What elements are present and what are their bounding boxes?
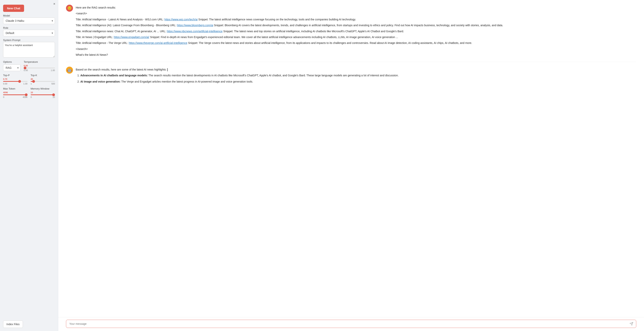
rag-question: What's the latest AI News?	[76, 53, 636, 57]
new-chat-button[interactable]: New Chat	[3, 5, 24, 12]
memwindow-label: Memory Window	[31, 87, 55, 90]
rag-result2-snippet: Snippet: Bloomberg AI covers the latest …	[214, 24, 503, 27]
rag-result5: Title: Artificial Intelligence - The Ver…	[76, 41, 636, 45]
ai-item2-text: The Verge and Engadget articles mention …	[121, 80, 253, 83]
main-chat-area: 😊 Here are the RAG search results: <sear…	[58, 0, 644, 331]
temperature-col: Temperature 0.00 0.00 1.00	[24, 60, 55, 72]
topp-item: Top-P 0.70 0.00 1.00	[3, 74, 28, 85]
maxtoken-label: Max Token	[3, 87, 28, 90]
topk-range: 1 500	[31, 83, 55, 85]
user-message: 😊 Here are the RAG search results: <sear…	[66, 5, 636, 57]
rag-search-open: <search>	[76, 11, 636, 16]
ai-list-item-2: AI image and voice generation: The Verge…	[80, 80, 636, 84]
rag-result4: Title: AI News | Engadget URL: https://w…	[76, 35, 636, 39]
ai-message-content: Based on the search results, here are so…	[76, 67, 636, 86]
topp-label: Top-P	[3, 74, 28, 77]
sidebar: × New Chat Model Claude 3 Haiku Claude 3…	[0, 0, 58, 331]
topk-max: 500	[52, 83, 55, 85]
user-avatar: 😊	[66, 5, 73, 12]
model-section: Model Claude 3 Haiku Claude 3 Sonnet Cla…	[3, 14, 55, 24]
memwindow-slider[interactable]	[31, 94, 55, 95]
rag-result3-url[interactable]: https://www.nbcnews.com/artificial-intel…	[167, 30, 222, 33]
topp-max: 1.00	[23, 83, 27, 85]
temperature-max: 1.00	[51, 69, 55, 72]
options-temperature-row: Options RAG None Web Search Temperature …	[3, 60, 55, 72]
rag-result3-title: Title: Artificial intelligence news: Cha…	[76, 30, 166, 33]
role-select[interactable]: Default Assistant Expert	[3, 30, 55, 36]
topp-min: 0.00	[3, 83, 7, 85]
options-select-wrapper: RAG None Web Search	[3, 65, 20, 71]
system-prompt-label: System Prompt	[3, 39, 55, 42]
message-divider	[66, 62, 636, 62]
rag-result4-url[interactable]: https://www.engadget.com/ai/	[114, 36, 149, 39]
model-label: Model	[3, 14, 55, 17]
topp-slider[interactable]	[3, 81, 28, 82]
rag-result1-title: Title: Artificial Intelligence - Latest …	[76, 18, 164, 21]
maxtoken-item: Max Token 4096 0 4096	[3, 87, 28, 98]
rag-result1: Title: Artificial Intelligence - Latest …	[76, 17, 636, 22]
options-label: Options	[3, 60, 20, 63]
ai-item2-title: AI image and voice generation:	[80, 80, 120, 83]
options-col: Options RAG None Web Search	[3, 60, 20, 71]
rag-result3: Title: Artificial intelligence news: Cha…	[76, 29, 636, 34]
ai-avatar: 🤖	[66, 67, 73, 74]
role-label: Role	[3, 27, 55, 29]
ai-message: 🤖 Based on the search results, here are …	[66, 67, 636, 86]
chat-input[interactable]	[66, 320, 627, 328]
chat-messages: 😊 Here are the RAG search results: <sear…	[58, 0, 644, 317]
temperature-range: 0.00 1.00	[24, 69, 55, 72]
options-select[interactable]: RAG None Web Search	[3, 65, 20, 71]
rag-result4-title: Title: AI News | Engadget URL:	[76, 36, 113, 39]
role-section: Role Default Assistant Expert	[3, 27, 55, 36]
temperature-label: Temperature	[24, 60, 55, 63]
rag-result1-url[interactable]: https://www.wsj.com/tech/ai	[164, 18, 198, 21]
ai-intro: Based on the search results, here are so…	[76, 67, 636, 72]
memwindow-min: 0	[31, 96, 32, 98]
user-message-content: Here are the RAG search results: <search…	[76, 5, 636, 57]
maxtoken-slider[interactable]	[3, 94, 28, 95]
role-select-wrapper: Default Assistant Expert	[3, 30, 55, 36]
rag-result5-title: Title: Artificial Intelligence - The Ver…	[76, 41, 128, 45]
index-files-button[interactable]: Index Files	[3, 320, 23, 328]
ai-intro-text: Based on the search results, here are so…	[76, 68, 166, 71]
memwindow-max: 10	[52, 96, 55, 98]
model-select[interactable]: Claude 3 Haiku Claude 3 Sonnet Claude 3 …	[3, 18, 55, 24]
send-icon	[630, 322, 633, 326]
input-wrapper	[66, 320, 636, 328]
topk-label: Top-K	[31, 74, 55, 77]
rag-intro-text: Here are the RAG search results:	[76, 6, 636, 10]
maxtoken-max: 4096	[23, 96, 27, 98]
rag-result5-url[interactable]: https://www.theverge.com/ai-artificial-i…	[129, 41, 187, 45]
topp-range: 0.00 1.00	[3, 83, 28, 85]
ai-list-item-1: Advancements in AI chatbots and language…	[80, 73, 636, 78]
temperature-slider[interactable]	[24, 68, 55, 68]
ai-item1-title: Advancements in AI chatbots and language…	[80, 74, 148, 77]
model-select-wrapper: Claude 3 Haiku Claude 3 Sonnet Claude 3 …	[3, 18, 55, 24]
rag-result5-snippet: Snippet: The Verge covers the latest new…	[188, 41, 472, 45]
temperature-min: 0.00	[24, 69, 28, 72]
ai-item1-text: The search results mention the latest de…	[148, 74, 399, 77]
rag-result2: Title: Artificial Intelligence (AI): Lat…	[76, 23, 636, 27]
maxtoken-range: 0 4096	[3, 96, 28, 98]
topp-topk-group: Top-P 0.70 0.00 1.00 Top-K 40 1 500	[3, 74, 55, 85]
rag-result4-snippet: Snippet: Find in-depth AI news from Enga…	[150, 36, 398, 39]
cursor-indicator	[167, 68, 168, 71]
rag-result3-snippet: Snippet: The latest news and top stories…	[224, 30, 404, 33]
close-button[interactable]: ×	[53, 2, 55, 6]
system-prompt-section: System Prompt You're a helpful assistant	[3, 39, 55, 58]
rag-result1-snippet: Snippet: The latest artificial intellige…	[198, 18, 356, 21]
memwindow-range: 0 10	[31, 96, 55, 98]
rag-result2-title: Title: Artificial Intelligence (AI): Lat…	[76, 24, 176, 27]
topk-item: Top-K 40 1 500	[31, 74, 55, 85]
topk-slider[interactable]	[31, 81, 55, 82]
rag-result2-url[interactable]: https://www.bloomberg.com/ai	[177, 24, 213, 27]
maxtoken-memwindow-group: Max Token 4096 0 4096 Memory Window 10 0…	[3, 87, 55, 98]
system-prompt-input[interactable]: You're a helpful assistant	[3, 42, 55, 58]
topk-min: 1	[31, 83, 32, 85]
maxtoken-min: 0	[3, 96, 4, 98]
input-area	[58, 317, 644, 331]
rag-search-close: </search>	[76, 47, 636, 51]
ai-list: Advancements in AI chatbots and language…	[76, 73, 636, 84]
send-button[interactable]	[627, 320, 636, 328]
memwindow-item: Memory Window 10 0 10	[31, 87, 55, 98]
